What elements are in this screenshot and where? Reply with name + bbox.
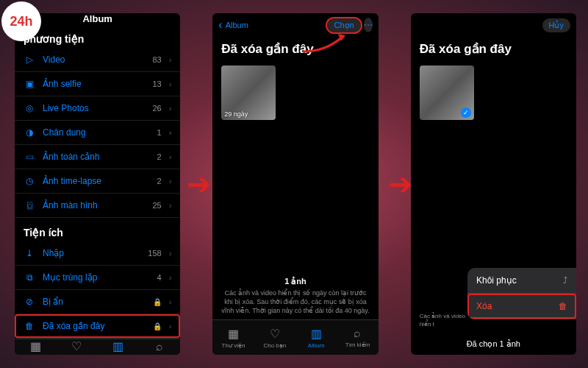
pointer-arrow-icon	[300, 31, 351, 53]
row-count: 83	[152, 55, 161, 64]
utility-row[interactable]: 🗑 Đã xóa gần đây 🔒 ›	[15, 314, 180, 339]
chevron-right-icon: ›	[169, 152, 172, 161]
logo-24h: 24h	[1, 1, 41, 41]
more-button[interactable]: ⋯	[364, 18, 373, 32]
tab-icon: ⌕	[156, 340, 163, 353]
chevron-right-icon: ›	[169, 297, 172, 306]
row-icon: ◷	[24, 176, 35, 186]
days-remaining-label: 29 ngày	[224, 110, 248, 118]
row-label: Mục trùng lặp	[43, 272, 150, 283]
row-icon: ▣	[24, 79, 35, 89]
row-label: Nhập	[43, 248, 140, 258]
info-text-truncated: Các ảnh và video hiển t	[411, 308, 470, 333]
row-label: Bị ẩn	[43, 297, 146, 307]
cancel-button[interactable]: Hủy	[542, 18, 570, 32]
chevron-right-icon: ›	[169, 104, 172, 113]
row-count: 13	[152, 79, 161, 88]
tab-tìm-kiếm[interactable]: ⌕ Tìm kiếm	[139, 339, 180, 355]
row-label: Live Photos	[43, 103, 145, 113]
row-icon: ⤓	[24, 248, 35, 258]
row-count: 2	[157, 152, 162, 161]
phone-album-list: Album phương tiện ▷ Video 83 › ▣ Ảnh sel…	[15, 13, 180, 355]
trash-icon: 🗑	[559, 301, 567, 311]
tab-thư-viện[interactable]: ▦ Thư viện	[212, 320, 254, 355]
back-label: Album	[226, 21, 248, 29]
phone-selection-mode: Hủy Đã xóa gần đây ✓ Các ảnh và video hi…	[411, 13, 576, 355]
album-row[interactable]: ▷ Video 83 ›	[15, 48, 180, 72]
row-icon: ◎	[24, 103, 35, 113]
recover-icon: ⤴	[563, 275, 567, 286]
page-title: Đã xóa gần đây	[212, 37, 378, 63]
nav-bar: ‹ Album Chọn ⋯	[212, 13, 378, 37]
row-label: Đã xóa gần đây	[43, 321, 146, 331]
chevron-left-icon: ‹	[218, 19, 222, 31]
chevron-right-icon: ›	[169, 322, 172, 330]
row-label: Ảnh màn hình	[43, 200, 145, 210]
chevron-right-icon: ›	[169, 79, 172, 88]
album-row[interactable]: ▭ Ảnh toàn cảnh 2 ›	[15, 145, 180, 169]
phone-recently-deleted: ‹ Album Chọn ⋯ Đã xóa gần đây 29 ngày 1 …	[212, 13, 378, 355]
album-row[interactable]: ▣ Ảnh selfie 13 ›	[15, 72, 180, 96]
back-button[interactable]: ‹ Album	[218, 19, 262, 31]
tab-icon: ▦	[228, 327, 239, 341]
nav-bar: Hủy	[411, 13, 576, 37]
album-row[interactable]: ◎ Live Photos 26 ›	[15, 96, 180, 121]
nav-title: Album	[65, 13, 130, 24]
tab-icon: ♡	[71, 339, 82, 353]
tab-icon: ⌕	[354, 327, 361, 340]
utility-row[interactable]: ⤓ Nhập 158 ›	[15, 241, 180, 266]
chevron-right-icon: ›	[169, 201, 172, 210]
row-icon: ◑	[24, 127, 35, 138]
chevron-right-icon: ›	[169, 249, 172, 258]
section-utilities: Tiện ích	[15, 218, 180, 241]
tab-album[interactable]: ▥ Album	[98, 339, 139, 355]
tab-label: Tìm kiếm	[147, 355, 171, 355]
album-row[interactable]: ⌼ Ảnh màn hình 25 ›	[15, 194, 180, 218]
photo-thumbnail[interactable]: 29 ngày	[221, 66, 276, 120]
tab-cho-bạn[interactable]: ♡ Cho bạn	[254, 320, 295, 355]
utility-row[interactable]: ⧉ Mục trùng lặp 4 ›	[15, 266, 180, 290]
row-icon: ⧉	[24, 272, 35, 283]
album-row[interactable]: ◷ Ảnh time-lapse 2 ›	[15, 169, 180, 194]
row-count: 25	[152, 201, 161, 210]
tab-album[interactable]: ▥ Album	[295, 320, 337, 355]
row-icon: ⌼	[24, 200, 35, 210]
step-arrow-icon: ➔	[388, 167, 413, 201]
chevron-right-icon: ›	[169, 273, 172, 282]
page-title: Đã xóa gần đây	[411, 37, 576, 63]
album-row[interactable]: ◑ Chân dung 1 ›	[15, 121, 180, 145]
info-text: 1 ảnh Các ảnh và video hiển thị số ngày …	[212, 272, 378, 319]
row-label: Ảnh selfie	[43, 79, 145, 89]
row-label: Ảnh toàn cảnh	[43, 152, 150, 162]
chevron-right-icon: ›	[169, 55, 172, 64]
row-label: Ảnh time-lapse	[43, 176, 150, 186]
delete-menu-item[interactable]: Xóa 🗑	[467, 294, 576, 319]
row-icon: ▷	[24, 54, 35, 65]
row-count: 26	[152, 104, 161, 113]
tab-label: Cho bạn	[263, 342, 286, 349]
photo-count: 1 ảnh	[221, 276, 369, 287]
lock-icon: 🔒	[153, 298, 162, 306]
photo-thumbnail-selected[interactable]: ✓	[420, 66, 474, 120]
tab-label: Thư viện	[222, 342, 245, 349]
row-count: 1	[157, 128, 162, 137]
tab-label: Tìm kiếm	[345, 342, 370, 348]
select-button[interactable]: Chọn	[327, 18, 360, 32]
recover-menu-item[interactable]: Khôi phục ⤴	[467, 268, 576, 294]
utility-row[interactable]: ⊘ Bị ẩn 🔒 ›	[15, 290, 180, 314]
tab-cho-bạn[interactable]: ♡ Cho bạn	[56, 339, 97, 355]
lock-icon: 🔒	[153, 322, 162, 330]
row-count: 4	[157, 273, 162, 282]
tab-tìm-kiếm[interactable]: ⌕ Tìm kiếm	[337, 320, 378, 355]
tab-icon: ▦	[30, 339, 41, 353]
row-icon: ⊘	[24, 297, 35, 307]
tab-icon: ▥	[311, 327, 322, 341]
selection-count: Đã chọn 1 ảnh	[411, 333, 576, 355]
tab-thư-viện[interactable]: ▦ Thư viện	[15, 339, 56, 355]
step-arrow-icon: ➔	[187, 167, 212, 201]
tab-label: Album	[308, 342, 325, 349]
chevron-right-icon: ›	[169, 177, 172, 185]
checkmark-icon: ✓	[461, 107, 471, 118]
row-label: Video	[43, 54, 145, 65]
tab-bar: ▦ Thư viện ♡ Cho bạn ▥ Album ⌕ Tìm kiếm	[15, 339, 180, 355]
